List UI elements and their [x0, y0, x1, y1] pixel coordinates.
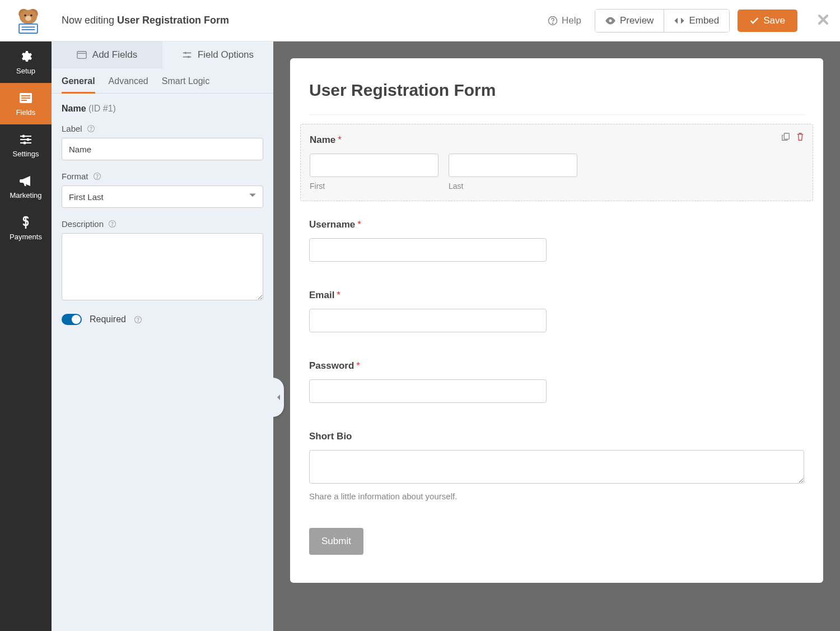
username-input[interactable] [309, 238, 547, 262]
subtab-advanced[interactable]: Advanced [109, 76, 148, 93]
help-small-icon[interactable] [87, 124, 95, 133]
preview-button[interactable]: Preview [595, 10, 664, 32]
panel-tabs: Add Fields Field Options [52, 41, 273, 68]
format-select[interactable] [62, 185, 263, 208]
rail-payments[interactable]: Payments [0, 207, 52, 249]
embed-label: Embed [689, 15, 719, 26]
close-button[interactable] [818, 14, 829, 27]
svg-rect-12 [21, 95, 30, 96]
email-input[interactable] [309, 309, 547, 332]
last-name-input[interactable] [449, 154, 577, 177]
field-heading-id: (ID #1) [88, 104, 116, 113]
rail-payments-label: Payments [10, 233, 42, 241]
field-email[interactable]: Email* [300, 280, 813, 342]
tab-field-options-label: Field Options [198, 49, 254, 61]
last-sublabel: Last [449, 182, 577, 191]
subtab-general[interactable]: General [62, 76, 95, 93]
help-small-icon[interactable] [108, 220, 116, 228]
rail-setup[interactable]: Setup [0, 41, 52, 83]
submit-button[interactable]: Submit [309, 528, 363, 555]
code-icon [674, 16, 684, 25]
help-link[interactable]: Help [542, 11, 587, 31]
svg-rect-6 [19, 24, 38, 33]
svg-point-5 [25, 16, 31, 21]
field-email-label: Email* [309, 290, 804, 301]
help-small-icon[interactable] [134, 316, 142, 324]
bio-description: Share a little information about yoursel… [309, 491, 804, 501]
subtabs: General Advanced Smart Logic [52, 68, 273, 94]
first-sublabel: First [310, 182, 438, 191]
format-label: Format [62, 171, 263, 181]
field-name-label: Name* [310, 134, 804, 146]
svg-point-26 [188, 56, 190, 58]
rail-marketing[interactable]: Marketing [0, 166, 52, 207]
svg-rect-35 [784, 133, 789, 140]
svg-point-4 [30, 14, 32, 16]
preview-embed-group: Preview Embed [595, 9, 730, 33]
form-preview: User Registration Form Name* First [290, 58, 823, 583]
tab-field-options[interactable]: Field Options [162, 41, 273, 68]
field-bio-label: Short Bio [309, 431, 804, 442]
field-username[interactable]: Username* [300, 209, 813, 272]
app-logo [11, 7, 45, 35]
required-toggle[interactable] [62, 314, 82, 325]
collapse-handle[interactable] [273, 378, 284, 417]
description-textarea[interactable] [62, 233, 263, 300]
field-username-label: Username* [309, 219, 804, 230]
svg-point-20 [24, 141, 26, 144]
description-label: Description [62, 219, 263, 229]
field-bio[interactable]: Short Bio Share a little information abo… [300, 421, 813, 511]
duplicate-icon[interactable] [781, 132, 790, 141]
editing-title: Now editing User Registration Form [62, 15, 229, 26]
field-password-label: Password* [309, 360, 804, 372]
tab-add-fields[interactable]: Add Fields [52, 41, 162, 68]
svg-point-28 [91, 130, 91, 131]
dollar-icon [19, 216, 32, 229]
field-actions [781, 132, 805, 141]
label-input[interactable] [62, 138, 263, 160]
field-heading-name: Name [62, 104, 86, 113]
svg-rect-14 [21, 100, 27, 101]
tab-add-fields-label: Add Fields [92, 49, 137, 61]
required-row: Required [62, 314, 263, 325]
required-label: Required [90, 314, 126, 324]
sliders-icon [19, 133, 32, 146]
rail-settings-label: Settings [13, 150, 39, 158]
password-input[interactable] [309, 379, 547, 403]
window-icon [77, 50, 87, 59]
svg-rect-21 [77, 52, 86, 59]
help-small-icon[interactable] [93, 172, 101, 180]
field-heading: Name (ID #1) [62, 104, 263, 114]
side-panel: Add Fields Field Options General Advance… [52, 41, 273, 631]
form-title: User Registration Form [117, 15, 229, 26]
help-label: Help [562, 15, 581, 26]
check-icon [750, 17, 759, 25]
rail-fields[interactable]: Fields [0, 83, 52, 124]
field-name[interactable]: Name* First Last [300, 124, 813, 201]
bio-textarea[interactable] [309, 450, 804, 484]
first-name-input[interactable] [310, 154, 438, 177]
top-header: Now editing User Registration Form Help … [0, 0, 840, 41]
subtab-smart-logic[interactable]: Smart Logic [162, 76, 209, 93]
sidebar-rail: Setup Fields Settings Marketing Payments [0, 41, 52, 631]
svg-point-16 [22, 134, 25, 137]
field-password[interactable]: Password* [300, 350, 813, 413]
svg-point-3 [24, 14, 26, 16]
save-button[interactable]: Save [738, 10, 797, 32]
svg-point-24 [184, 52, 186, 54]
preview-label: Preview [620, 15, 654, 26]
description-row: Description [62, 219, 263, 303]
editing-prefix: Now editing [62, 15, 114, 26]
rail-settings[interactable]: Settings [0, 124, 52, 166]
sliders-small-icon [182, 50, 192, 59]
svg-point-18 [27, 138, 30, 141]
svg-rect-13 [21, 98, 30, 99]
trash-icon[interactable] [796, 132, 805, 141]
label-row: Label [62, 124, 263, 160]
embed-button[interactable]: Embed [664, 10, 729, 32]
rail-setup-label: Setup [16, 67, 35, 75]
preview-canvas: User Registration Form Name* First [273, 41, 840, 631]
rail-marketing-label: Marketing [10, 191, 41, 199]
chevron-left-icon [276, 394, 281, 401]
svg-point-30 [96, 178, 97, 178]
